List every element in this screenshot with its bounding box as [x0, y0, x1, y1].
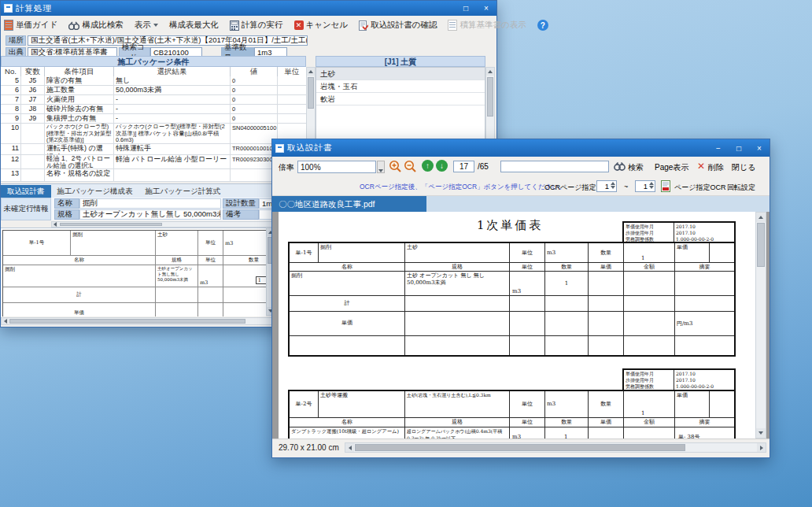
scroll-left-icon[interactable] — [349, 446, 352, 450]
table-row[interactable]: 13 名称・規格名の設定 — [1, 169, 306, 182]
search-binoculars-icon[interactable] — [614, 161, 626, 171]
scroll-up-icon[interactable] — [758, 216, 763, 219]
place-value[interactable]: 国土交通省(土木+下水道)/国土交通省(土木+下水道)【2017年04月01日】… — [28, 35, 308, 46]
preview-data-qty-cell[interactable]: 1 — [223, 265, 266, 287]
confirm-imported-doc-button[interactable]: 取込設計書の確認 — [359, 20, 437, 31]
preview-unit-label: 単位 — [198, 231, 223, 256]
ocr-to-stepper[interactable]: 1 — [635, 180, 655, 192]
cancel-x-icon: ✕ — [294, 20, 304, 30]
page-size-label: 29.70 x 21.00 cm — [279, 443, 339, 452]
pdf-hscrollbar[interactable] — [345, 442, 766, 453]
stepper-arrows-icon[interactable] — [649, 182, 654, 189]
ocr-doc-icon — [661, 180, 671, 192]
pdf-page[interactable]: 1次単価表 単価使用年月歩掛使用年月労務調整係数 2017.102017.101… — [279, 212, 755, 439]
scroll-left-icon[interactable] — [4, 319, 7, 324]
t1-data-unit: m3 — [510, 272, 545, 296]
t2-col-qty: 数量 — [545, 418, 589, 427]
pdf-unit-price-table-2: 単-2号 土砂等運搬 土砂(岩塊・玉石混り土含む),L≦0.3km 単位 m3 … — [288, 390, 736, 439]
ocr-run-button[interactable]: ページ指定OCR — [674, 183, 725, 193]
stepper-arrows-icon[interactable] — [611, 182, 615, 189]
t1-col-spec: 規格 — [405, 263, 510, 272]
imported-doc-window: 取込設計書 − □ × 倍率 ↑ ↓ /65 検索 Page表示 ✕ 削除 閉じ… — [271, 139, 770, 458]
soil-item[interactable]: 軟岩 — [316, 93, 485, 105]
t2-col-name: 名称 — [290, 418, 405, 427]
close-pdf-button[interactable]: 閉じる — [732, 162, 755, 173]
tab-package-formula[interactable]: 施工パッケージ計算式 — [138, 185, 227, 198]
preview-row-name: 掘削 — [71, 231, 156, 256]
page-display-button[interactable]: Page表示 — [655, 162, 688, 173]
zoom-out-icon[interactable] — [404, 160, 417, 173]
run-calculation-button[interactable]: 計算の実行 — [230, 20, 283, 31]
imported-doc-titlebar[interactable]: 取込設計書 − □ × — [272, 139, 770, 157]
zoom-combo-arrow[interactable] — [377, 161, 385, 173]
ocr-instruction: OCRページ指定後、「ページ指定OCR」ボタンを押してください。 — [360, 183, 566, 192]
pending-name-label: 名称 — [54, 198, 79, 209]
calculator-icon — [230, 20, 239, 31]
page-down-icon[interactable]: ↓ — [436, 160, 448, 172]
table-row[interactable]: 9J9 集積押土の有無- 0 — [1, 114, 306, 124]
pdf-statusbar: 29.70 x 21.00 cm — [272, 439, 770, 456]
tab-imported-doc[interactable]: 取込設計書 — [1, 185, 51, 198]
tab-package-composition[interactable]: 施工パッケージ構成表 — [51, 185, 139, 198]
t2-unit-label: 単位 — [510, 391, 545, 418]
soil-item-selected[interactable]: 土砂 — [316, 68, 485, 80]
t2-col-remark: 摘要 — [675, 418, 734, 427]
t1-qty: 1 — [624, 243, 675, 263]
table-row[interactable]: 10 バックホウ(クローラ型)[標準型・排出ガス対策型(第2次基準値)]バックホ… — [1, 124, 306, 144]
pdf-unit-price-table-1: 単-1号 掘削 土砂 単位 m3 数量 1 単価 名称 規格 単位 数量 単価 … — [288, 242, 736, 357]
t2-col-amount: 金額 — [624, 418, 675, 427]
table-row[interactable]: 8J8 破砕片除去の有無- 0 — [1, 105, 306, 114]
scroll-up-icon[interactable] — [488, 70, 493, 73]
page-number-input[interactable] — [453, 161, 474, 172]
table-row[interactable]: 12 軽油 1、2号 パトロール給油 の選択:L軽油 パトロール給油 小型ローリ… — [1, 155, 306, 169]
pending-name-value[interactable]: 掘削 — [79, 198, 221, 209]
composition-search-button[interactable]: 構成比検索 — [68, 20, 124, 31]
pending-spec-label: 規格 — [54, 209, 79, 220]
preview-data-qty[interactable]: 1 — [256, 276, 266, 284]
t1-unit: m3 — [545, 243, 589, 263]
maximize-icon[interactable]: □ — [729, 141, 749, 156]
view-menu-button[interactable]: 表示 — [135, 20, 158, 31]
t1-qty-label: 数量 — [589, 243, 624, 263]
t2-col-spec: 規格 — [405, 418, 510, 427]
preview-col-unit: 単位 — [198, 256, 223, 265]
table-row[interactable]: 5J5 障害の有無無し 0 — [1, 76, 306, 86]
cancel-button[interactable]: ✕ キャンセル — [294, 20, 349, 31]
search-input[interactable] — [500, 161, 609, 172]
calc-titlebar[interactable]: 計算処理 □ × — [1, 1, 496, 16]
rotate-settings-button[interactable]: 回転設定 — [727, 183, 755, 193]
soil-item[interactable]: 岩塊・玉石 — [316, 80, 485, 93]
close-icon[interactable]: × — [476, 1, 496, 16]
t2-unit: m3 — [545, 391, 589, 418]
preview-col-spec: 規格 — [156, 256, 198, 265]
table-row[interactable]: 7J7 火薬使用- 0 — [1, 95, 306, 105]
unit-price-guide-button[interactable]: 単価ガイド — [4, 20, 57, 31]
doc-tab[interactable]: 〇〇地区道路改良工事.pdf — [272, 196, 426, 212]
search-button[interactable]: 検索 — [628, 162, 644, 173]
pending-hscrollbar[interactable] — [51, 221, 306, 228]
delete-button[interactable]: 削除 — [708, 162, 724, 173]
zoom-combo[interactable] — [297, 161, 376, 173]
design-qty-label: 設計数量 — [223, 198, 259, 209]
table-row[interactable]: 6J6 施工数量50,000m3未満 0 — [1, 86, 306, 95]
pending-spec-value[interactable]: 土砂オープンカット無し無し 50,000m3未満 — [79, 209, 221, 220]
t1-col-unit: 単位 — [510, 263, 545, 272]
ocr-from-stepper[interactable]: 1 — [596, 180, 617, 192]
pdf-vscrollbar[interactable] — [755, 212, 766, 439]
t2-data-spec: 超ロングアームバックホウ(山積0.4m3(平積0.3m3) 無 0.3km以下普… — [405, 427, 510, 439]
zoom-in-icon[interactable] — [389, 160, 402, 173]
t2-data-remark: 単- 38号 — [675, 427, 734, 439]
minimize-icon[interactable]: − — [708, 141, 729, 156]
t1-col-remark: 摘要 — [675, 263, 734, 272]
maximize-icon[interactable]: □ — [456, 1, 476, 16]
scroll-down-icon[interactable] — [758, 431, 763, 435]
scroll-right-icon[interactable] — [760, 446, 763, 450]
preview-col-name: 名称 — [3, 256, 156, 265]
scroll-left-icon[interactable] — [54, 222, 57, 227]
table-row[interactable]: 11 運転手(特殊) の選択:人特殊運転手 TR000001001004 — [1, 144, 306, 155]
page-up-icon[interactable]: ↑ — [422, 160, 434, 172]
close-icon[interactable]: × — [749, 141, 770, 156]
scroll-up-icon[interactable] — [308, 70, 313, 73]
maximize-table-button[interactable]: 構成表最大化 — [169, 20, 219, 31]
help-icon[interactable]: ? — [537, 20, 548, 31]
